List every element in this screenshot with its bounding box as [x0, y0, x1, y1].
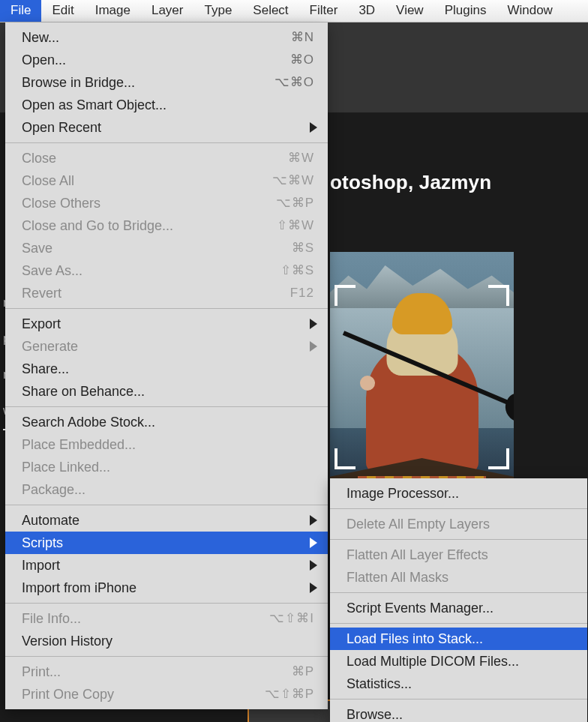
menubar-item-view[interactable]: View — [386, 0, 434, 22]
menu-item-shortcut: ⌘W — [288, 148, 314, 168]
file-menu-item: Print One Copy⌥⇧⌘P — [5, 683, 328, 706]
menu-separator — [5, 406, 328, 407]
file-menu-item: Close⌘W — [5, 147, 328, 169]
file-menu: New...⌘NOpen...⌘OBrowse in Bridge...⌥⌘OO… — [5, 22, 328, 709]
menu-item-label: Load Files into Stack... — [346, 629, 574, 649]
menu-item-label: Open as Smart Object... — [22, 95, 314, 115]
menu-item-label: Close All — [22, 171, 272, 190]
menu-item-label: Version History — [22, 631, 314, 651]
file-menu-item[interactable]: New...⌘N — [5, 26, 328, 49]
menu-item-label: Browse in Bridge... — [22, 73, 274, 92]
menubar-item-filter[interactable]: Filter — [299, 0, 349, 22]
menu-separator — [330, 539, 587, 540]
menu-item-shortcut: ⌘O — [290, 50, 314, 70]
submenu-arrow-icon — [310, 319, 317, 329]
menu-item-shortcut: ⌥⌘P — [276, 193, 314, 213]
file-menu-item: Generate — [5, 335, 328, 358]
menubar-item-window[interactable]: Window — [496, 0, 562, 22]
menu-item-label: Import from iPhone — [22, 578, 314, 598]
file-menu-item[interactable]: Scripts — [5, 532, 328, 554]
menu-item-label: Browse... — [346, 705, 574, 722]
crop-corner-icon — [334, 448, 356, 469]
file-menu-item[interactable]: Share... — [5, 358, 328, 380]
menu-item-shortcut: ⌘S — [292, 238, 314, 258]
menu-item-shortcut: ⌥⌘O — [274, 73, 314, 92]
menu-item-label: Save As... — [22, 261, 280, 280]
menu-item-label: Revert — [22, 283, 290, 303]
file-menu-item: Close and Go to Bridge...⇧⌘W — [5, 214, 328, 237]
menubar-item-image[interactable]: Image — [85, 0, 141, 22]
scripts-menu-item[interactable]: Load Files into Stack... — [330, 628, 587, 650]
file-menu-item[interactable]: Version History — [5, 630, 328, 652]
menubar-item-layer[interactable]: Layer — [141, 0, 194, 22]
scripts-submenu: Image Processor...Delete All Empty Layer… — [330, 478, 587, 722]
menu-item-shortcut: ⌥⌘W — [272, 171, 314, 190]
menu-item-shortcut: ⌘P — [292, 662, 314, 682]
file-menu-item: File Info...⌥⇧⌘I — [5, 607, 328, 630]
menu-separator — [330, 508, 587, 509]
file-menu-item[interactable]: Browse in Bridge...⌥⌘O — [5, 71, 328, 94]
menu-item-label: Generate — [22, 337, 314, 356]
menu-item-label: Statistics... — [346, 674, 574, 694]
scripts-menu-item[interactable]: Browse... — [330, 703, 587, 722]
file-menu-item: Close Others⌥⌘P — [5, 192, 328, 214]
scripts-menu-item[interactable]: Statistics... — [330, 673, 587, 695]
scripts-menu-item: Delete All Empty Layers — [330, 513, 587, 535]
menu-separator — [5, 308, 328, 309]
menu-item-shortcut: ⌥⇧⌘P — [265, 685, 314, 704]
crop-corner-icon — [334, 285, 356, 306]
menu-item-label: Save — [22, 238, 292, 258]
menubar-item-3d[interactable]: 3D — [348, 0, 386, 22]
home-photo[interactable] — [330, 252, 514, 499]
menu-item-label: Flatten All Layer Effects — [346, 545, 574, 565]
menu-separator — [5, 142, 328, 143]
menubar-item-edit[interactable]: Edit — [41, 0, 84, 22]
file-menu-item: Place Embedded... — [5, 433, 328, 456]
menu-item-label: Delete All Empty Layers — [346, 514, 574, 534]
menu-item-label: Load Multiple DICOM Files... — [346, 652, 574, 671]
file-menu-item[interactable]: Open as Smart Object... — [5, 94, 328, 116]
scripts-menu-item[interactable]: Script Events Manager... — [330, 597, 587, 619]
file-menu-item: RevertF12 — [5, 282, 328, 304]
file-menu-item[interactable]: Export — [5, 313, 328, 335]
file-menu-item: Package... — [5, 478, 328, 501]
menu-separator — [330, 699, 587, 700]
menubar-item-plugins[interactable]: Plugins — [434, 0, 497, 22]
menu-item-label: Flatten All Masks — [346, 568, 574, 587]
menu-item-label: Print One Copy — [22, 685, 265, 704]
menu-separator — [5, 505, 328, 505]
file-menu-item[interactable]: Open Recent — [5, 116, 328, 139]
menubar-item-type[interactable]: Type — [194, 0, 242, 22]
menu-item-label: Open... — [22, 50, 290, 70]
menubar-item-file[interactable]: File — [0, 0, 41, 22]
file-menu-item[interactable]: Import from iPhone — [5, 577, 328, 599]
menubar-item-select[interactable]: Select — [242, 0, 298, 22]
file-menu-item[interactable]: Share on Behance... — [5, 380, 328, 403]
menu-item-label: Scripts — [22, 533, 314, 553]
submenu-arrow-icon — [310, 341, 317, 352]
menu-item-label: New... — [22, 28, 291, 47]
submenu-arrow-icon — [310, 560, 317, 571]
scripts-menu-item[interactable]: Image Processor... — [330, 482, 587, 505]
scripts-menu-item[interactable]: Load Multiple DICOM Files... — [330, 650, 587, 673]
menu-item-shortcut: ⇧⌘W — [277, 216, 314, 235]
welcome-text: otoshop, Jazmyn — [330, 171, 491, 194]
file-menu-item: Print...⌘P — [5, 661, 328, 683]
scripts-menu-item: Flatten All Layer Effects — [330, 544, 587, 566]
menu-item-label: Place Embedded... — [22, 435, 314, 454]
crop-corner-icon — [488, 448, 509, 469]
menu-item-label: Share on Behance... — [22, 382, 314, 401]
menu-separator — [5, 603, 328, 604]
menu-item-label: Script Events Manager... — [346, 598, 574, 618]
file-menu-item: Save⌘S — [5, 237, 328, 259]
file-menu-item[interactable]: Search Adobe Stock... — [5, 411, 328, 433]
menu-item-label: File Info... — [22, 609, 269, 628]
menu-item-label: Import — [22, 556, 314, 575]
menu-item-label: Share... — [22, 359, 314, 379]
file-menu-item[interactable]: Import — [5, 554, 328, 577]
menu-separator — [330, 623, 587, 624]
file-menu-item[interactable]: Open...⌘O — [5, 49, 328, 71]
menubar: FileEditImageLayerTypeSelectFilter3DView… — [0, 0, 588, 22]
menu-item-shortcut: ⌘N — [291, 28, 314, 47]
file-menu-item[interactable]: Automate — [5, 509, 328, 532]
